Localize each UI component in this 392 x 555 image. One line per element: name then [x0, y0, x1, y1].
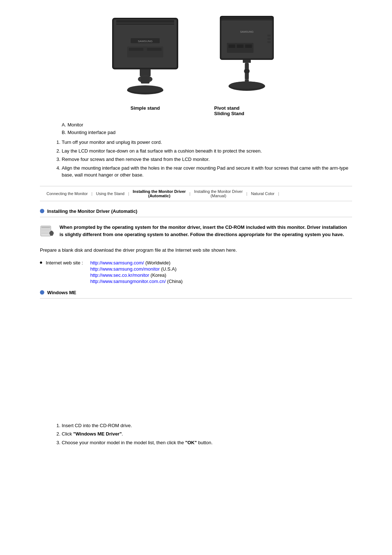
- windows-me-heading: Windows ME: [40, 290, 352, 295]
- nav-sep-5: |: [277, 191, 280, 196]
- pivot-stand-label-text: Pivot stand: [214, 105, 240, 111]
- website-label: Internet web site :: [40, 260, 83, 266]
- nav-installing-automatic-line1: Installing the Monitor Driver: [133, 189, 186, 194]
- nav-installing-automatic[interactable]: Installing the Monitor Driver (Automatic…: [130, 189, 189, 198]
- svg-rect-19: [220, 20, 274, 20]
- svg-point-41: [50, 231, 53, 233]
- nav-installing-manual[interactable]: Installing the Monitor Driver (Manual): [191, 189, 246, 198]
- link-usa[interactable]: http://www.samsung.com/monitor: [90, 266, 160, 272]
- instruction-1: Turn off your monitor and unplug its pow…: [62, 139, 352, 146]
- svg-text:SAMSUNG: SAMSUNG: [138, 40, 152, 43]
- link-korea[interactable]: http://www.sec.co.kr/monitor: [90, 272, 150, 278]
- svg-point-30: [244, 69, 250, 74]
- svg-rect-42: [50, 233, 53, 236]
- step-2: Click "Windows ME Driver".: [62, 430, 352, 438]
- instruction-3: Remove four screws and then remove the s…: [62, 156, 352, 163]
- step-3: Choose your monitor model in the model l…: [62, 439, 352, 446]
- section-blue-dot: [40, 209, 44, 213]
- bullet-dot: [40, 262, 42, 264]
- warning-text: When prompted by the operating system fo…: [60, 224, 352, 239]
- svg-rect-1: [114, 20, 176, 68]
- svg-rect-18: [220, 18, 274, 19]
- link-worldwide[interactable]: http://www.samsung.com/: [90, 260, 144, 266]
- svg-rect-27: [245, 45, 252, 48]
- nav-connecting-monitor[interactable]: Connecting the Monitor: [44, 191, 91, 196]
- svg-rect-12: [141, 76, 150, 84]
- part-b-label: B. Mounting interface pad: [62, 130, 352, 135]
- page-container: SAMSUNG: [33, 0, 359, 462]
- nav-natural-color[interactable]: Natural Color: [248, 191, 277, 196]
- warning-icon: [40, 224, 54, 238]
- suffix-china: (China): [167, 279, 183, 284]
- section-heading: Installing the Monitor Driver (Automatic…: [40, 208, 352, 217]
- simple-stand-label-text: Simple stand: [131, 105, 160, 111]
- website-link-3: http://www.sec.co.kr/monitor (Korea): [90, 272, 183, 278]
- part-a-label: A. Monitor: [62, 122, 352, 127]
- windows-me-section: Windows ME: [40, 290, 352, 299]
- nav-installing-manual-line2: (Manual): [211, 194, 226, 198]
- instructions-list: Turn off your monitor and unplug its pow…: [62, 139, 352, 179]
- svg-text:SAMSUNG: SAMSUNG: [240, 30, 253, 33]
- nav-installing-manual-line1: Installing the Monitor Driver: [194, 189, 243, 194]
- simple-stand-image: SAMSUNG: [109, 15, 181, 94]
- svg-rect-10: [140, 69, 151, 76]
- svg-rect-2: [116, 20, 174, 22]
- svg-rect-8: [129, 48, 143, 51]
- spacer: [40, 306, 352, 415]
- website-row: Internet web site : http://www.samsung.c…: [40, 260, 352, 284]
- svg-rect-38: [41, 232, 50, 232]
- suffix-usa: (U.S.A): [161, 266, 177, 272]
- svg-rect-22: [268, 38, 271, 40]
- svg-rect-17: [220, 17, 274, 18]
- svg-rect-25: [229, 45, 235, 48]
- svg-rect-21: [268, 35, 271, 37]
- warning-box: When prompted by the operating system fo…: [40, 222, 352, 241]
- website-link-4: http://www.samsungmonitor.com.cn/ (China…: [90, 279, 183, 284]
- nav-using-stand[interactable]: Using the Stand: [93, 191, 127, 196]
- svg-rect-3: [116, 23, 174, 23]
- windows-me-dot: [40, 290, 44, 295]
- labels-row: Simple stand Pivot stand Sliding Stand: [40, 105, 352, 116]
- website-link-2: http://www.samsung.com/monitor (U.S.A): [90, 266, 183, 272]
- nav-sep-1: |: [91, 191, 93, 196]
- svg-rect-23: [268, 41, 271, 43]
- ab-section: A. Monitor B. Mounting interface pad: [62, 122, 352, 135]
- svg-rect-9: [147, 48, 162, 51]
- step-3-ok: "OK": [185, 440, 197, 445]
- pivot-stand-label: Pivot stand Sliding Stand: [211, 105, 283, 116]
- svg-rect-26: [237, 45, 244, 48]
- step-1-text: Insert CD into the CD-ROM drive.: [62, 423, 132, 428]
- svg-rect-33: [245, 80, 249, 86]
- suffix-korea: (Korea): [151, 272, 166, 278]
- svg-rect-28: [243, 60, 251, 63]
- svg-rect-4: [116, 24, 174, 25]
- link-china[interactable]: http://www.samsungmonitor.com.cn/: [90, 279, 166, 284]
- internet-web-site-label: Internet web site :: [46, 260, 83, 266]
- section-heading-text: Installing the Monitor Driver (Automatic…: [47, 208, 137, 214]
- website-links: http://www.samsung.com/ (Worldwide) http…: [90, 260, 183, 284]
- windows-me-label: Windows ME: [47, 290, 76, 295]
- nav-sep-2: |: [127, 191, 130, 196]
- prepare-text: Prepare a blank disk and download the dr…: [40, 247, 352, 254]
- svg-rect-39: [41, 233, 50, 234]
- suffix-worldwide: (Worldwide): [145, 260, 170, 266]
- nav-sep-3: |: [189, 191, 191, 196]
- instruction-4: Align the mounting interface pad with th…: [62, 165, 352, 179]
- step-2-bold: "Windows ME Driver": [73, 431, 122, 437]
- svg-rect-35: [41, 227, 50, 228]
- instruction-2: Lay the LCD monitor face-down on a flat …: [62, 147, 352, 155]
- svg-point-14: [128, 85, 163, 93]
- svg-rect-36: [41, 229, 50, 230]
- steps-list: Insert CD into the CD-ROM drive. Click "…: [62, 422, 352, 446]
- nav-bar: Connecting the Monitor | Using the Stand…: [40, 186, 352, 201]
- svg-rect-37: [41, 230, 50, 231]
- nav-sep-4: |: [246, 191, 248, 196]
- step-1: Insert CD into the CD-ROM drive.: [62, 422, 352, 429]
- monitors-row: SAMSUNG: [40, 15, 352, 94]
- nav-installing-automatic-line2: (Automatic): [148, 194, 170, 198]
- pivot-stand-image: SAMSUNG: [211, 15, 283, 94]
- sliding-stand-label-text: Sliding Stand: [214, 111, 244, 116]
- simple-stand-label: Simple stand: [109, 105, 181, 116]
- website-link-1: http://www.samsung.com/ (Worldwide): [90, 260, 183, 266]
